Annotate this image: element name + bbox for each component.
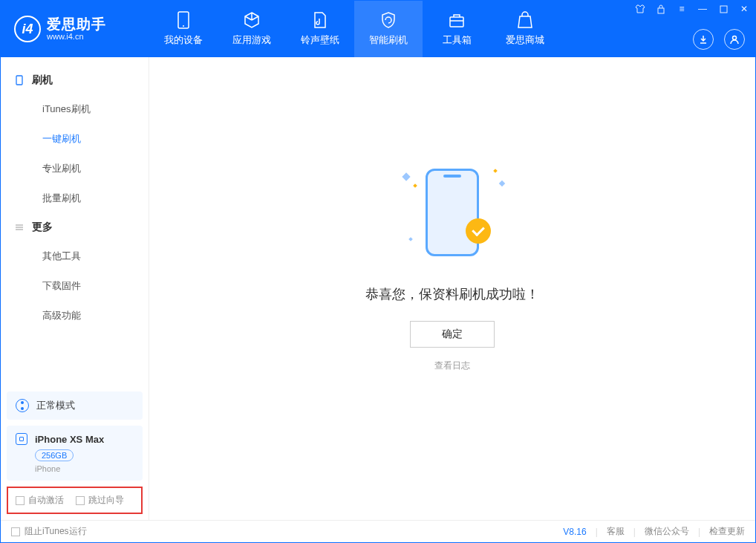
sidebar-section-more: 更多 xyxy=(1,213,149,241)
sidebar-item-download-firmware[interactable]: 下载固件 xyxy=(1,271,149,301)
view-log-link[interactable]: 查看日志 xyxy=(434,360,470,372)
device-type: iPhone xyxy=(35,464,134,473)
sparkle-icon xyxy=(408,237,413,241)
sparkle-icon xyxy=(402,172,410,181)
separator: | xyxy=(596,527,598,537)
nav-label: 智能刷机 xyxy=(369,33,408,47)
checkbox-block-itunes[interactable]: 阻止iTunes运行 xyxy=(11,525,87,538)
sparkle-icon xyxy=(493,169,498,173)
success-message: 恭喜您，保资料刷机成功啦！ xyxy=(365,285,539,303)
section-title-text: 更多 xyxy=(32,221,53,234)
svg-rect-3 xyxy=(658,8,664,13)
checkbox-label: 阻止iTunes运行 xyxy=(25,525,87,538)
mode-card[interactable]: 正常模式 xyxy=(7,391,143,420)
app-name-en: www.i4.cn xyxy=(47,32,106,41)
link-support[interactable]: 客服 xyxy=(607,525,625,538)
logo-area: i4 爱思助手 www.i4.cn xyxy=(1,16,149,42)
checkbox-box xyxy=(76,496,85,505)
nav-store[interactable]: 爱思商城 xyxy=(491,1,559,57)
shield-refresh-icon xyxy=(379,11,397,29)
version-label: V8.16 xyxy=(563,527,586,537)
logo-icon: i4 xyxy=(14,16,41,42)
close-icon[interactable]: ✕ xyxy=(739,4,749,14)
sidebar-item-itunes-flash[interactable]: iTunes刷机 xyxy=(1,94,149,124)
top-nav: 我的设备 应用游戏 铃声壁纸 智能刷机 工具箱 爱思商城 xyxy=(149,1,559,57)
main-content: 恭喜您，保资料刷机成功啦！ 确定 查看日志 xyxy=(149,57,755,520)
sidebar: 刷机 iTunes刷机 一键刷机 专业刷机 批量刷机 更多 其他工具 下载固件 … xyxy=(1,57,149,520)
skin-icon[interactable] xyxy=(635,4,645,14)
maximize-icon[interactable] xyxy=(718,4,729,14)
device-icon xyxy=(175,11,192,29)
mode-label: 正常模式 xyxy=(36,399,75,412)
nav-label: 我的设备 xyxy=(164,33,203,47)
titlebar: i4 爱思助手 www.i4.cn 我的设备 应用游戏 铃声壁纸 智能刷机 工具… xyxy=(1,1,755,57)
svg-rect-4 xyxy=(720,6,727,13)
music-file-icon xyxy=(311,11,329,29)
device-name: iPhone XS Max xyxy=(35,434,104,445)
nav-toolbox[interactable]: 工具箱 xyxy=(423,1,491,57)
phone-icon xyxy=(14,75,25,85)
toolbox-icon xyxy=(448,11,466,29)
sidebar-bottom: 正常模式 iPhone XS Max 256GB iPhone 自动激活 跳过向… xyxy=(1,386,149,520)
success-illustration xyxy=(400,160,504,264)
statusbar: 阻止iTunes运行 V8.16 | 客服 | 微信公众号 | 检查更新 xyxy=(1,520,755,542)
separator: | xyxy=(698,527,700,537)
nav-label: 应用游戏 xyxy=(232,33,271,47)
device-phone-icon xyxy=(16,433,27,445)
checkbox-box xyxy=(16,496,25,505)
checkbox-label: 自动激活 xyxy=(28,494,64,507)
nav-my-device[interactable]: 我的设备 xyxy=(149,1,218,57)
nav-ringtone-wallpaper[interactable]: 铃声壁纸 xyxy=(286,1,354,57)
separator: | xyxy=(633,527,636,537)
minimize-icon[interactable]: — xyxy=(697,4,708,14)
svg-point-5 xyxy=(733,36,737,40)
ok-button[interactable]: 确定 xyxy=(410,321,495,348)
list-icon xyxy=(14,222,25,233)
sidebar-item-advanced[interactable]: 高级功能 xyxy=(1,301,149,331)
body: 刷机 iTunes刷机 一键刷机 专业刷机 批量刷机 更多 其他工具 下载固件 … xyxy=(1,57,755,520)
shopping-bag-icon xyxy=(516,11,534,29)
svg-point-1 xyxy=(183,25,184,27)
checkbox-skip-guide[interactable]: 跳过向导 xyxy=(76,494,124,507)
nav-label: 爱思商城 xyxy=(506,33,544,47)
storage-badge: 256GB xyxy=(35,449,74,461)
sparkle-icon xyxy=(499,181,505,186)
success-check-icon xyxy=(466,218,491,244)
sidebar-item-other-tools[interactable]: 其他工具 xyxy=(1,241,149,271)
section-title-text: 刷机 xyxy=(32,74,53,87)
nav-apps-games[interactable]: 应用游戏 xyxy=(218,1,286,57)
checkbox-label: 跳过向导 xyxy=(88,494,124,507)
user-icon[interactable] xyxy=(724,29,745,50)
window-controls: ≡ — ✕ xyxy=(635,4,749,14)
download-icon[interactable] xyxy=(693,29,714,50)
nav-smart-flash[interactable]: 智能刷机 xyxy=(354,1,423,57)
sparkle-icon xyxy=(413,183,417,188)
link-check-update[interactable]: 检查更新 xyxy=(709,525,745,538)
menu-icon[interactable]: ≡ xyxy=(677,4,687,14)
checkbox-box xyxy=(11,527,20,536)
cube-icon xyxy=(243,11,261,29)
svg-rect-6 xyxy=(16,76,22,85)
sidebar-item-pro-flash[interactable]: 专业刷机 xyxy=(1,154,149,183)
checkbox-row: 自动激活 跳过向导 xyxy=(7,487,143,514)
nav-label: 铃声壁纸 xyxy=(301,33,339,47)
statusbar-right: V8.16 | 客服 | 微信公众号 | 检查更新 xyxy=(563,525,745,538)
checkbox-auto-activate[interactable]: 自动激活 xyxy=(16,494,64,507)
phone-illustration-icon xyxy=(426,169,479,256)
device-header: iPhone XS Max xyxy=(16,433,134,445)
link-wechat[interactable]: 微信公众号 xyxy=(645,525,689,538)
header-right-icons xyxy=(693,29,745,50)
nav-label: 工具箱 xyxy=(443,33,472,47)
app-name-cn: 爱思助手 xyxy=(47,17,106,33)
sidebar-section-flash: 刷机 xyxy=(1,66,149,94)
lock-icon[interactable] xyxy=(656,4,666,14)
device-card[interactable]: iPhone XS Max 256GB iPhone xyxy=(7,426,143,481)
sidebar-item-oneclick-flash[interactable]: 一键刷机 xyxy=(1,124,149,154)
logo-text: 爱思助手 www.i4.cn xyxy=(47,17,106,42)
mode-icon xyxy=(16,399,29,412)
svg-rect-2 xyxy=(450,17,463,27)
sidebar-item-batch-flash[interactable]: 批量刷机 xyxy=(1,183,149,213)
